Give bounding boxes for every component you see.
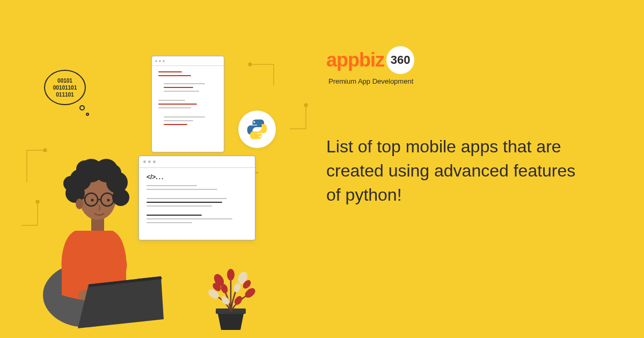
svg-point-16	[76, 199, 83, 209]
svg-point-26	[227, 269, 235, 281]
binary-row-1: 00101	[57, 77, 72, 84]
logo-360-badge: 360	[386, 46, 414, 74]
binary-row-2: 00101101	[53, 84, 77, 91]
logo-part-biz: biz	[359, 49, 384, 71]
code-lines	[152, 66, 224, 133]
window-titlebar	[152, 56, 224, 66]
logo-tagline: Premium App Development	[328, 77, 605, 85]
svg-point-2	[248, 63, 252, 66]
headline-text: List of top mobile apps that are created…	[326, 135, 584, 207]
bubble-trail-dot	[86, 113, 89, 116]
traffic-light-dot	[163, 60, 165, 62]
developer-person-illustration	[38, 129, 188, 333]
binary-row-3: 011101	[56, 91, 74, 98]
svg-point-15	[63, 176, 78, 191]
svg-point-13	[76, 160, 93, 178]
traffic-light-dot	[155, 60, 157, 62]
svg-point-20	[107, 199, 110, 202]
logo-wordmark: appbiz	[326, 49, 384, 71]
hero-illustration: 00101 00101101 011101	[21, 54, 311, 333]
python-logo-badge	[238, 111, 276, 148]
svg-point-14	[104, 164, 121, 181]
bubble-outline: 00101 00101101 011101	[44, 70, 86, 105]
plant-pot	[217, 311, 244, 330]
brand-logo: appbiz 360	[326, 46, 605, 74]
bubble-trail-dot	[79, 105, 85, 111]
content-area: appbiz 360 Premium App Development List …	[326, 46, 605, 207]
python-icon	[246, 118, 268, 141]
plant-leaves	[207, 269, 257, 306]
svg-point-19	[91, 199, 94, 202]
svg-point-3	[304, 104, 308, 107]
logo-part-app: app	[326, 49, 359, 71]
potted-plant-illustration	[199, 258, 263, 333]
binary-thought-bubble: 00101 00101101 011101	[44, 70, 90, 113]
traffic-light-dot	[159, 60, 161, 62]
